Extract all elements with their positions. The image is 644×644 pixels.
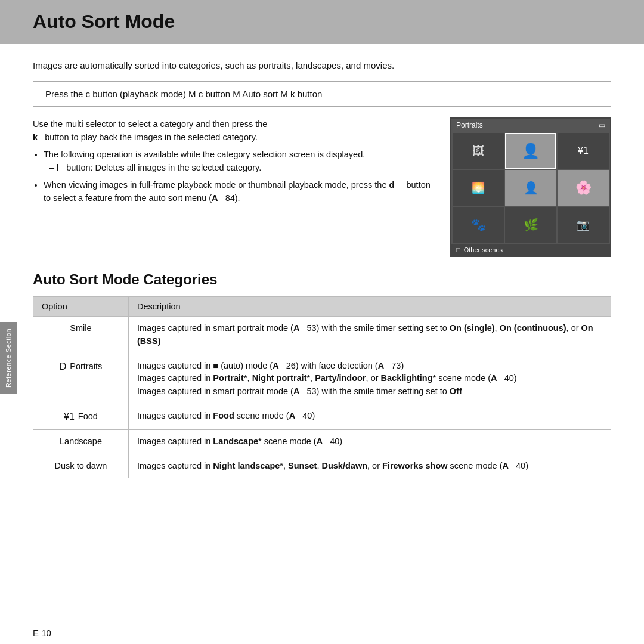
camera-screen-header: Portraits ▭: [451, 119, 610, 132]
usage-text-1: Use the multi selector to select a categ…: [33, 117, 436, 144]
sort-table: Option Description Smile Images captured…: [33, 296, 611, 478]
sidebar-label: Reference Section: [5, 329, 12, 388]
sub-bullet-item-1: l button: Deletes all images in the sele…: [49, 161, 436, 174]
instruction-text: Press the c button (playback mode) M c b…: [45, 89, 322, 99]
sidebar-tab: Reference Section: [0, 322, 17, 394]
option-cell-food: ¥1 Food: [33, 404, 129, 429]
description-cell-smile: Images captured in smart portrait mode (…: [129, 317, 611, 354]
col-option-header: Option: [33, 297, 129, 317]
page-wrapper: Auto Sort Mode Reference Section Images …: [0, 0, 644, 644]
cell-icon-8: 🌿: [524, 218, 538, 232]
col-description-header: Description: [129, 297, 611, 317]
bullet-item-1: The following operation is available whi…: [44, 148, 436, 175]
camera-screen: Portraits ▭ 🖼 👤 ¥1: [450, 117, 611, 257]
dusk-label: Dusk to dawn: [55, 460, 107, 473]
description-cell-portraits: Images captured in ■ (auto) mode (A 26) …: [129, 354, 611, 404]
camera-screen-footer: □ Other scenes: [451, 244, 610, 256]
cell-icon-9: 📷: [577, 218, 590, 231]
footer-icon: □: [456, 246, 460, 253]
table-row: D Portraits Images captured in ■ (auto) …: [33, 354, 611, 404]
cell-icon-7: 🐾: [471, 218, 486, 232]
portraits-label: Portraits: [70, 360, 102, 373]
cell-icon-6: 🌸: [575, 180, 592, 196]
sub-bullet-list: l button: Deletes all images in the sele…: [49, 161, 436, 174]
option-cell-dusk: Dusk to dawn: [33, 454, 129, 478]
camera-cell-5: 👤: [505, 170, 556, 206]
food-label: Food: [78, 410, 98, 423]
camera-cell-7: 🐾: [453, 207, 504, 243]
bullet-item-2: When viewing images in full-frame playba…: [44, 178, 436, 205]
camera-battery-icon: ▭: [599, 121, 605, 129]
cell-icon-3: ¥1: [578, 145, 589, 156]
instruction-box: Press the c button (playback mode) M c b…: [33, 81, 611, 107]
camera-cell-8: 🌿: [505, 207, 556, 243]
page-footer: E 10: [0, 622, 644, 644]
camera-cell-2: 👤: [505, 133, 556, 169]
table-row: Dusk to dawn Images captured in Night la…: [33, 454, 611, 478]
intro-text: Images are automatically sorted into cat…: [33, 60, 611, 70]
right-column: Portraits ▭ 🖼 👤 ¥1: [450, 117, 611, 257]
description-cell-dusk: Images captured in Night landscape*, Sun…: [129, 454, 611, 478]
description-cell-food: Images captured in Food scene mode (A 40…: [129, 404, 611, 429]
two-col-section: Use the multi selector to select a categ…: [33, 117, 611, 257]
categories-title: Auto Sort Mode Categories: [33, 271, 611, 288]
left-column: Use the multi selector to select a categ…: [33, 117, 436, 209]
camera-screen-title: Portraits: [456, 121, 483, 129]
footer-text: Other scenes: [464, 246, 503, 253]
smile-label: Smile: [70, 322, 91, 335]
food-icon: ¥1: [64, 410, 75, 424]
description-cell-landscape: Images captured in Landscape* scene mode…: [129, 429, 611, 454]
camera-cell-9: 📷: [558, 207, 609, 243]
landscape-label: Landscape: [60, 435, 102, 448]
table-row: Smile Images captured in smart portrait …: [33, 317, 611, 354]
table-row: ¥1 Food Images captured in Food scene mo…: [33, 404, 611, 429]
cell-icon-4: 🌅: [472, 181, 485, 194]
cell-icon-5: 👤: [524, 181, 538, 195]
cell-icon-1: 🖼: [472, 144, 484, 158]
option-cell-portraits: D Portraits: [33, 354, 129, 404]
camera-grid: 🖼 👤 ¥1 🌅 👤: [451, 132, 610, 244]
option-cell-smile: Smile: [33, 317, 129, 354]
portraits-icon: D: [60, 360, 67, 374]
main-content: Images are automatically sorted into cat…: [0, 44, 644, 622]
camera-cell-3: ¥1: [558, 133, 609, 169]
table-body: Smile Images captured in smart portrait …: [33, 317, 611, 478]
table-row: Landscape Images captured in Landscape* …: [33, 429, 611, 454]
camera-cell-6: 🌸: [558, 170, 609, 206]
camera-cell-4: 🌅: [453, 170, 504, 206]
page-number: E 10: [33, 628, 51, 638]
table-header-row: Option Description: [33, 297, 611, 317]
cell-icon-2: 👤: [522, 143, 540, 159]
page-title: Auto Sort Mode: [33, 11, 611, 33]
camera-cell-1: 🖼: [453, 133, 504, 169]
bullet-list: The following operation is available whi…: [44, 148, 436, 205]
title-bar: Auto Sort Mode: [0, 0, 644, 44]
option-cell-landscape: Landscape: [33, 429, 129, 454]
